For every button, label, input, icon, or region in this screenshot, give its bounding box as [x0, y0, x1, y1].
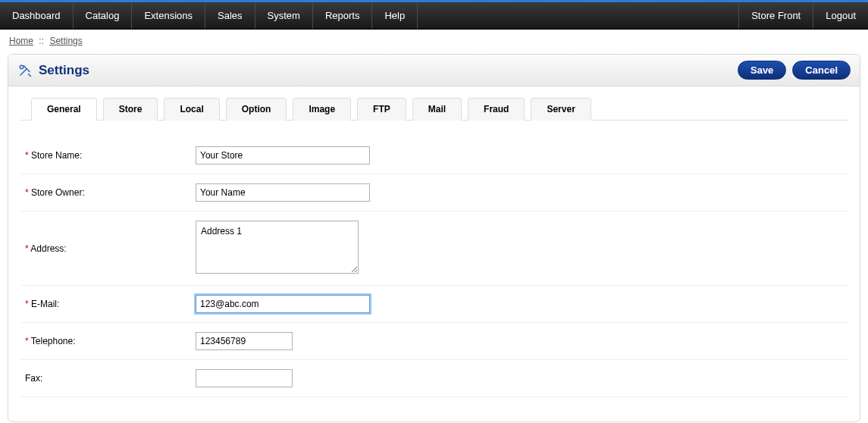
- breadcrumb: Home :: Settings: [0, 30, 868, 54]
- main-navbar: Dashboard Catalog Extensions Sales Syste…: [0, 2, 868, 30]
- tab-mail[interactable]: Mail: [412, 98, 462, 121]
- telephone-input[interactable]: [196, 332, 293, 350]
- label-store-owner: Store Owner:: [31, 187, 85, 198]
- nav-catalog[interactable]: Catalog: [74, 2, 133, 29]
- label-address: Address:: [30, 243, 66, 254]
- email-input[interactable]: [196, 295, 370, 313]
- settings-panel: Settings Save Cancel General Store Local…: [8, 54, 860, 422]
- nav-help[interactable]: Help: [372, 2, 418, 29]
- panel-header: Settings Save Cancel: [8, 55, 860, 86]
- nav-sales[interactable]: Sales: [205, 2, 255, 29]
- required-marker: *: [25, 336, 29, 346]
- nav-reports[interactable]: Reports: [313, 2, 373, 29]
- required-marker: *: [25, 243, 29, 254]
- required-marker: *: [25, 187, 29, 198]
- settings-icon: [17, 63, 33, 78]
- breadcrumb-separator: ::: [36, 36, 47, 46]
- label-telephone: Telephone:: [31, 336, 76, 346]
- tab-local[interactable]: Local: [164, 98, 219, 121]
- store-owner-input[interactable]: [196, 183, 370, 202]
- tabs: General Store Local Option Image FTP Mai…: [20, 97, 848, 121]
- tab-fraud[interactable]: Fraud: [468, 98, 525, 121]
- nav-system[interactable]: System: [255, 2, 313, 29]
- nav-logout[interactable]: Logout: [813, 2, 868, 29]
- label-fax: Fax:: [25, 373, 42, 384]
- page-title: Settings: [39, 63, 89, 78]
- tab-store[interactable]: Store: [103, 98, 158, 121]
- tab-option[interactable]: Option: [226, 98, 287, 121]
- fax-input[interactable]: [196, 369, 293, 387]
- label-store-name: Store Name:: [31, 150, 82, 161]
- breadcrumb-home[interactable]: Home: [9, 36, 33, 46]
- nav-dashboard[interactable]: Dashboard: [0, 2, 74, 29]
- required-marker: *: [25, 150, 29, 161]
- required-marker: *: [25, 299, 29, 309]
- nav-store-front[interactable]: Store Front: [738, 2, 813, 29]
- tab-image[interactable]: Image: [293, 98, 351, 121]
- svg-point-0: [20, 65, 24, 69]
- breadcrumb-settings[interactable]: Settings: [49, 36, 82, 46]
- tab-server[interactable]: Server: [531, 98, 591, 121]
- cancel-button[interactable]: Cancel: [792, 61, 851, 80]
- tab-general[interactable]: General: [31, 98, 97, 121]
- settings-form: * Store Name: * Store Owner: *: [20, 137, 848, 397]
- store-name-input[interactable]: [196, 146, 370, 164]
- address-textarea[interactable]: [196, 221, 359, 274]
- nav-extensions[interactable]: Extensions: [132, 2, 205, 29]
- tab-ftp[interactable]: FTP: [357, 98, 406, 121]
- label-email: E-Mail:: [31, 299, 59, 309]
- save-button[interactable]: Save: [738, 61, 786, 80]
